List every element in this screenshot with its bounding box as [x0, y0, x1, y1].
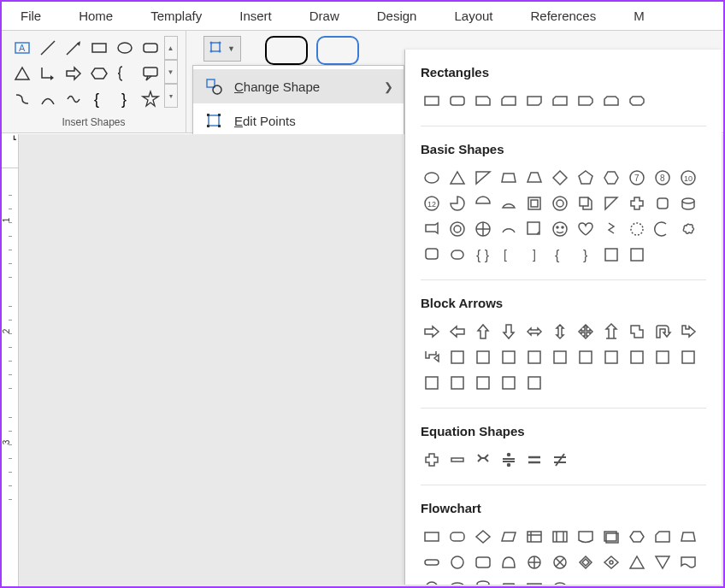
shape-option[interactable]	[523, 167, 545, 189]
shape-option[interactable]	[523, 577, 545, 585]
shape-option[interactable]	[421, 526, 443, 548]
shape-option[interactable]	[677, 551, 699, 573]
shape-option[interactable]: {	[549, 244, 571, 266]
shape-option[interactable]	[677, 320, 699, 343]
shape-option[interactable]: { }	[472, 244, 494, 266]
rectangle-shape[interactable]	[87, 36, 111, 60]
shape-option[interactable]	[446, 449, 469, 471]
shapes-scroll-up[interactable]: ▲	[164, 36, 178, 60]
hexagon-shape[interactable]	[87, 62, 111, 85]
shape-option[interactable]	[472, 346, 494, 368]
shape-option[interactable]	[677, 218, 699, 240]
shape-option[interactable]	[575, 192, 597, 215]
shape-option[interactable]	[549, 551, 571, 573]
shape-option[interactable]	[626, 526, 648, 548]
shape-option[interactable]	[600, 346, 622, 368]
rounded-rect-shape[interactable]	[139, 36, 162, 60]
shape-option[interactable]	[600, 244, 622, 266]
shape-option[interactable]	[446, 346, 469, 368]
shape-option[interactable]	[575, 167, 597, 189]
shape-option[interactable]	[523, 218, 545, 240]
menu-item-edit-points[interactable]: Edit Points	[193, 103, 404, 138]
shape-option[interactable]	[600, 90, 622, 112]
shape-option[interactable]	[472, 577, 494, 585]
shape-option[interactable]	[626, 192, 648, 215]
shape-option[interactable]	[575, 551, 597, 573]
star-shape[interactable]	[139, 87, 162, 111]
shape-option[interactable]	[600, 320, 622, 343]
shape-option[interactable]	[651, 192, 674, 215]
shape-option[interactable]	[549, 167, 571, 189]
shape-option[interactable]	[446, 192, 469, 215]
shape-option[interactable]	[472, 90, 494, 112]
shape-option[interactable]	[626, 90, 648, 112]
shape-option[interactable]	[600, 167, 622, 189]
connector-shape[interactable]	[10, 87, 34, 111]
shape-option[interactable]	[446, 90, 469, 112]
shape-option[interactable]	[523, 320, 545, 343]
triangle-shape[interactable]	[10, 62, 34, 85]
shape-option[interactable]	[498, 167, 520, 189]
oval-shape[interactable]	[113, 36, 137, 60]
edit-shape-dropdown[interactable]: ▼	[203, 36, 241, 62]
shape-option[interactable]	[600, 192, 622, 215]
shape-option[interactable]	[600, 218, 622, 240]
shape-option[interactable]	[421, 90, 443, 112]
shape-option[interactable]	[421, 372, 443, 394]
shape-option[interactable]	[626, 218, 648, 240]
shape-option[interactable]	[446, 577, 469, 585]
shape-option[interactable]	[549, 526, 571, 548]
shape-option[interactable]	[421, 449, 443, 471]
shape-option[interactable]	[600, 526, 622, 548]
shape-option[interactable]	[677, 192, 699, 215]
menu-templafy[interactable]: Templafy	[132, 3, 221, 29]
menu-layout[interactable]: Layout	[435, 3, 511, 29]
shape-option[interactable]	[498, 320, 520, 343]
shape-option[interactable]: 10	[677, 167, 699, 189]
menu-file[interactable]: File	[2, 3, 60, 29]
textbox-shape[interactable]: A	[10, 36, 34, 60]
shape-option[interactable]	[549, 577, 571, 585]
shape-option[interactable]	[446, 244, 469, 266]
shape-option[interactable]	[523, 449, 545, 471]
shape-option[interactable]	[626, 320, 648, 343]
shape-option[interactable]	[498, 90, 520, 112]
shape-option[interactable]	[575, 526, 597, 548]
shape-option[interactable]	[523, 526, 545, 548]
shape-option[interactable]	[498, 551, 520, 573]
shape-option[interactable]	[421, 551, 443, 573]
shape-option[interactable]	[498, 577, 520, 585]
shape-option[interactable]	[446, 218, 469, 240]
shape-option[interactable]	[677, 526, 699, 548]
line-shape[interactable]	[36, 36, 60, 60]
shape-option[interactable]	[421, 167, 443, 189]
shape-option[interactable]	[626, 551, 648, 573]
shape-option[interactable]	[677, 346, 699, 368]
menu-insert[interactable]: Insert	[221, 3, 291, 29]
shape-option[interactable]	[421, 577, 443, 585]
shape-option[interactable]	[651, 320, 674, 343]
shape-option[interactable]	[421, 244, 443, 266]
shape-option[interactable]	[651, 218, 674, 240]
shape-option[interactable]	[549, 90, 571, 112]
shape-option[interactable]	[575, 346, 597, 368]
shape-option[interactable]	[651, 526, 674, 548]
shape-option[interactable]	[651, 551, 674, 573]
shape-option[interactable]	[549, 346, 571, 368]
style-preview-1[interactable]	[265, 36, 308, 65]
menu-design[interactable]: Design	[358, 3, 436, 29]
arc-shape[interactable]	[36, 87, 60, 111]
shape-option[interactable]	[523, 192, 545, 215]
shape-option[interactable]	[523, 90, 545, 112]
shape-option[interactable]	[472, 551, 494, 573]
right-brace-shape[interactable]: }	[113, 87, 137, 111]
shape-option[interactable]: 7	[626, 167, 648, 189]
shape-option[interactable]	[575, 320, 597, 343]
shape-option[interactable]	[626, 244, 648, 266]
curve-shape[interactable]	[62, 87, 85, 111]
shape-option[interactable]	[472, 218, 494, 240]
shape-option[interactable]	[498, 449, 520, 471]
menu-home[interactable]: Home	[60, 3, 132, 29]
shape-option[interactable]	[549, 320, 571, 343]
left-brace-shape[interactable]: {	[87, 87, 111, 111]
